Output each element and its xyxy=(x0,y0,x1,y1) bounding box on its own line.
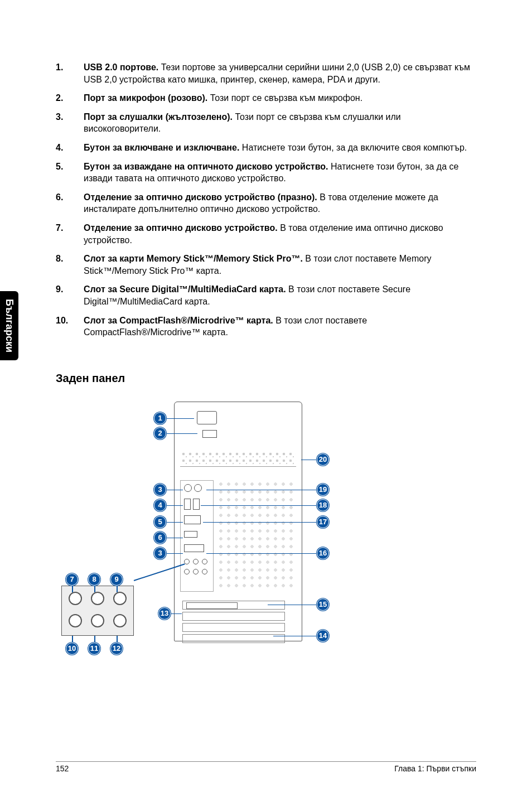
list-item: 4. Бутон за включване и изключване. Нати… xyxy=(56,142,476,154)
callout-7: 7 xyxy=(66,573,78,586)
list-item: 9. Слот за Secure Digital™/MultiMediaCar… xyxy=(56,283,476,307)
item-number: 1. xyxy=(56,61,84,85)
psu-vents xyxy=(180,451,296,465)
callout-6: 6 xyxy=(154,532,166,544)
leader-line xyxy=(206,553,318,554)
usb-port-icon xyxy=(193,499,200,510)
tower-outline xyxy=(174,402,302,641)
item-text: Порт за слушалки (жълтозелено). Този пор… xyxy=(84,111,476,135)
callout-9: 9 xyxy=(110,573,123,586)
callout-1: 1 xyxy=(154,412,166,424)
leader-line xyxy=(301,460,318,461)
item-text: Бутон за включване и изключване. Натисне… xyxy=(84,142,476,154)
list-item: 5. Бутон за изваждане на оптичното диско… xyxy=(56,161,476,185)
item-text: Слот за CompactFlash®/Microdrive™ карта.… xyxy=(84,315,476,339)
list-item: 8. Слот за карти Memory Stick™/Memory St… xyxy=(56,253,476,277)
audio-jack-icon xyxy=(113,592,127,605)
leader-line xyxy=(206,490,318,491)
item-number: 5. xyxy=(56,161,84,185)
usb-port-icon xyxy=(184,499,191,510)
item-number: 9. xyxy=(56,283,84,307)
audio-jack-icon xyxy=(69,592,82,605)
callout-8: 8 xyxy=(88,573,100,586)
list-item: 10. Слот за CompactFlash®/Microdrive™ ка… xyxy=(56,315,476,339)
callout-11: 11 xyxy=(88,642,100,655)
leader-line xyxy=(166,433,197,434)
callout-19: 19 xyxy=(317,484,329,496)
psu-area xyxy=(180,408,296,467)
section-title-rear-panel: Заден панел xyxy=(56,372,476,385)
audio-jack-icon xyxy=(91,592,104,605)
page-number: 152 xyxy=(56,764,69,773)
expansion-slot xyxy=(182,612,285,621)
item-number: 2. xyxy=(56,92,84,104)
expansion-slot xyxy=(182,634,285,643)
item-number: 8. xyxy=(56,253,84,277)
item-text: Бутон за изваждане на оптичното дисково … xyxy=(84,161,476,185)
list-item: 1. USB 2.0 портове. Тези портове за унив… xyxy=(56,61,476,85)
callout-3b: 3 xyxy=(154,547,166,559)
numbered-list: 1. USB 2.0 портове. Тези портове за унив… xyxy=(56,61,476,339)
list-item: 2. Порт за микрофон (розово). Този порт … xyxy=(56,92,476,104)
io-plate xyxy=(180,480,214,592)
leader-line xyxy=(166,490,183,491)
item-text: USB 2.0 портове. Тези портове за универс… xyxy=(84,61,476,85)
item-text: Отделение за оптично дисково устройство.… xyxy=(84,222,476,246)
leader-line xyxy=(117,586,118,592)
callout-14: 14 xyxy=(317,630,329,642)
list-item: 3. Порт за слушалки (жълтозелено). Този … xyxy=(56,111,476,135)
list-item: 7. Отделение за оптично дисково устройст… xyxy=(56,222,476,246)
expansion-slot xyxy=(182,623,285,632)
leader-line xyxy=(268,605,318,606)
item-number: 6. xyxy=(56,191,84,215)
leader-line xyxy=(201,505,318,506)
ps2-port-icon xyxy=(194,484,202,492)
callout-13: 13 xyxy=(158,607,171,620)
leader-line xyxy=(166,522,183,523)
rear-panel-diagram: 1 2 3 4 5 6 3 7 8 9 10 11 12 13 20 xyxy=(56,402,476,664)
item-text: Отделение за оптично дисково устройство … xyxy=(84,191,476,215)
leader-line xyxy=(166,505,183,506)
item-number: 4. xyxy=(56,142,84,154)
audio-jack-icon xyxy=(91,614,104,627)
leader-line xyxy=(171,613,182,615)
leader-line xyxy=(94,586,95,592)
callout-12: 12 xyxy=(110,642,123,655)
callout-20: 20 xyxy=(317,453,329,466)
audio-inset-box xyxy=(61,586,134,636)
hdmi-port-icon xyxy=(184,531,197,538)
leader-line xyxy=(166,553,183,554)
list-item: 6. Отделение за оптично дисково устройст… xyxy=(56,191,476,215)
callout-4: 4 xyxy=(154,499,166,511)
power-socket-icon xyxy=(197,411,217,424)
audio-jack-icon xyxy=(69,614,82,627)
ps2-port-icon xyxy=(184,484,192,492)
usb-row-icon xyxy=(184,544,204,552)
item-text: Порт за микрофон (розово). Този порт се … xyxy=(84,92,476,104)
chapter-label: Глава 1: Първи стъпки xyxy=(394,764,476,773)
callout-15: 15 xyxy=(317,598,329,611)
item-number: 7. xyxy=(56,222,84,246)
audio-jacks-icon xyxy=(183,558,209,578)
leader-line xyxy=(166,538,183,539)
leader-line xyxy=(166,418,194,419)
leader-line xyxy=(203,522,318,523)
callout-5: 5 xyxy=(154,516,166,528)
callout-18: 18 xyxy=(317,499,329,511)
callout-3: 3 xyxy=(154,484,166,496)
audio-jack-icon xyxy=(113,614,127,627)
page-footer: 152 Глава 1: Първи стъпки xyxy=(56,761,476,773)
power-switch-icon xyxy=(202,430,217,438)
vga-port-icon xyxy=(184,515,201,524)
leader-line xyxy=(273,636,318,637)
item-number: 3. xyxy=(56,111,84,135)
callout-2: 2 xyxy=(154,427,166,439)
item-text: Слот за Secure Digital™/MultiMediaCard к… xyxy=(84,283,476,307)
callout-16: 16 xyxy=(317,547,329,559)
item-number: 10. xyxy=(56,315,84,339)
callout-17: 17 xyxy=(317,516,329,528)
item-text: Слот за карти Memory Stick™/Memory Stick… xyxy=(84,253,476,277)
leader-line xyxy=(72,586,73,592)
callout-10: 10 xyxy=(66,642,78,655)
ventilation-mesh xyxy=(217,480,295,592)
